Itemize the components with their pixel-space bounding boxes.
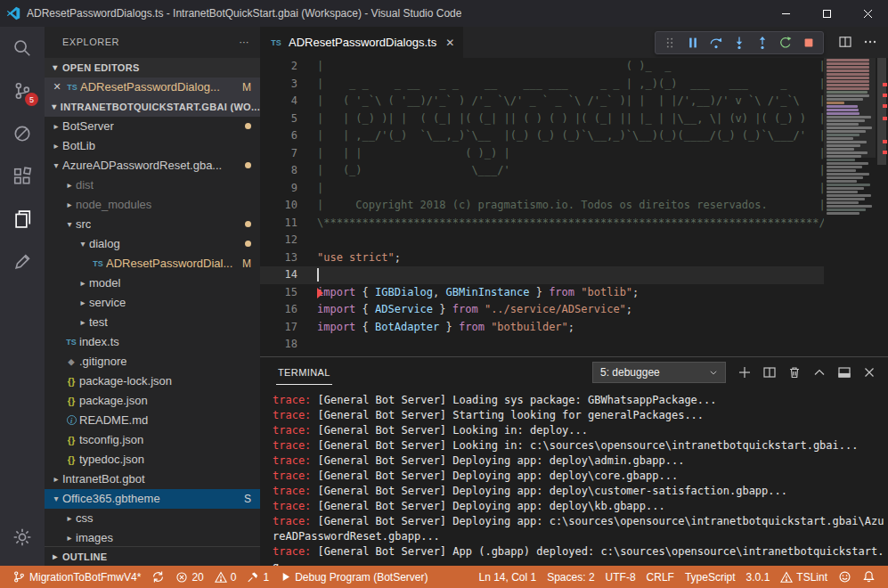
tasks-count[interactable]: 1 bbox=[241, 566, 274, 588]
language-mode[interactable]: TypeScript bbox=[680, 566, 741, 588]
sync-status[interactable] bbox=[146, 566, 170, 588]
split-button[interactable] bbox=[760, 363, 779, 382]
editor-scrollbar[interactable] bbox=[876, 58, 888, 356]
line-number[interactable]: 5 bbox=[260, 110, 297, 128]
terminal-output[interactable]: trace: [General Bot Server] Loading sys … bbox=[260, 388, 888, 566]
typescript-version[interactable]: 3.0.1 bbox=[741, 566, 776, 588]
restart-button[interactable] bbox=[775, 32, 796, 53]
code-line[interactable]: 18 bbox=[260, 336, 824, 354]
tree-item[interactable]: ▸css bbox=[45, 509, 260, 528]
tree-item[interactable]: ▸BotLib bbox=[45, 136, 260, 156]
code-line[interactable]: 13"use strict"; bbox=[260, 249, 824, 267]
code-line[interactable]: 10| Copyright 2018 (c) pragmatismo.io. T… bbox=[260, 197, 824, 215]
line-number[interactable]: 6 bbox=[260, 127, 297, 145]
tab-close-icon[interactable]: ✕ bbox=[445, 37, 454, 49]
code-line[interactable]: 14 bbox=[260, 266, 824, 284]
trash-button[interactable] bbox=[785, 363, 804, 382]
code-line[interactable]: 6| | ,__/'(_) `\__,_)`\__ |(_) (_) (_)`\… bbox=[260, 127, 824, 145]
line-number[interactable]: 4 bbox=[260, 93, 297, 110]
more-actions-icon[interactable]: ⋯ bbox=[240, 37, 250, 48]
code-line[interactable]: 17import { BotAdapter } from "botbuilder… bbox=[260, 319, 824, 337]
tree-item[interactable]: ◆.gitignore bbox=[45, 352, 260, 372]
workspace-header[interactable]: ▾ INTRANETBOTQUICKSTART.GBAI (WO... bbox=[45, 97, 260, 117]
tree-item[interactable]: ▸BotServer bbox=[45, 117, 260, 136]
activity-item-files[interactable] bbox=[0, 198, 45, 241]
tree-item[interactable]: ▾dialog bbox=[45, 234, 260, 254]
encoding[interactable]: UTF-8 bbox=[600, 566, 641, 588]
tslint-status[interactable]: TSLint bbox=[775, 566, 833, 588]
eol-sequence[interactable]: CRLF bbox=[641, 566, 680, 588]
line-number[interactable]: 18 bbox=[260, 336, 297, 354]
activity-item-source-control[interactable]: 5 bbox=[0, 69, 45, 112]
tree-item[interactable]: {}package-lock.json bbox=[45, 372, 260, 391]
tree-item[interactable]: ▸node_modules bbox=[45, 195, 260, 215]
more-button[interactable] bbox=[859, 31, 881, 53]
tree-item[interactable]: iREADME.md bbox=[45, 411, 260, 430]
code-line[interactable]: 4| ( '_`\ ( '__)/'_` ) /'_ `\/' _ ` _ `\… bbox=[260, 93, 824, 110]
open-editors-header[interactable]: ▾ OPEN EDITORS bbox=[45, 58, 260, 78]
step-out-button[interactable] bbox=[752, 32, 773, 53]
panel-button[interactable] bbox=[835, 363, 854, 382]
line-number[interactable]: 7 bbox=[260, 145, 297, 163]
pause-button[interactable] bbox=[682, 32, 704, 53]
cursor-position[interactable]: Ln 14, Col 1 bbox=[473, 566, 542, 588]
tree-item[interactable]: ▸IntranetBot.gbot bbox=[45, 470, 260, 489]
code-editor[interactable]: 2| ( )_ _ |3| _ _ _ __ _ _ __ ___ ___ _ … bbox=[260, 58, 888, 356]
tree-item[interactable]: ▾Office365.gbthemeS bbox=[45, 489, 260, 509]
tree-item[interactable]: ▸model bbox=[45, 274, 260, 293]
line-number[interactable]: 16 bbox=[260, 301, 297, 319]
line-number[interactable]: 17 bbox=[260, 319, 297, 337]
code-line[interactable]: 3| _ _ _ __ _ _ __ ___ ___ _ _ | ,_)(_) … bbox=[260, 76, 824, 94]
line-number[interactable]: 10 bbox=[260, 197, 297, 215]
tree-item[interactable]: ▸service bbox=[45, 293, 260, 313]
activity-item-extensions[interactable] bbox=[0, 155, 45, 198]
tree-item[interactable]: TSADResetPasswordDial...M bbox=[45, 254, 260, 274]
code-line[interactable]: 8| (_) \___/' | bbox=[260, 162, 824, 180]
scrollbar-slider[interactable] bbox=[877, 58, 886, 165]
tree-item[interactable]: TSindex.ts bbox=[45, 332, 260, 352]
activity-item-edit[interactable] bbox=[0, 241, 45, 283]
errors-count[interactable]: 20 bbox=[170, 566, 208, 588]
minimap[interactable] bbox=[824, 58, 876, 356]
tree-item[interactable]: ▸images bbox=[45, 528, 260, 546]
tab-adresetpassworddialogs[interactable]: TS ADResetPasswordDialogs.ts ✕ bbox=[260, 27, 464, 58]
line-number[interactable]: 11 bbox=[260, 215, 297, 233]
tree-item[interactable]: ▾src bbox=[45, 215, 260, 234]
code-area[interactable]: 2| ( )_ _ |3| _ _ _ __ _ _ __ ___ ___ _ … bbox=[260, 58, 824, 356]
line-number[interactable]: 9 bbox=[260, 180, 297, 198]
open-editor-item[interactable]: ✕TSADResetPasswordDialog...M bbox=[45, 78, 260, 97]
terminal-instance-select[interactable]: 5: debuggee bbox=[592, 362, 726, 383]
code-line[interactable]: 5| | (_) )| | ( (_| |( (_| || ( ) ( ) |(… bbox=[260, 110, 824, 128]
code-line[interactable]: 9| | bbox=[260, 180, 824, 198]
split-editor-button[interactable] bbox=[835, 31, 856, 53]
tree-item[interactable]: ▾AzureADPasswordReset.gba... bbox=[45, 156, 260, 176]
close-editor-icon[interactable]: ✕ bbox=[50, 81, 64, 93]
tree-item[interactable]: {}tsconfig.json bbox=[45, 430, 260, 450]
code-line[interactable]: 15import { IGBDialog, GBMinInstance } fr… bbox=[260, 284, 824, 302]
line-number[interactable]: 3 bbox=[260, 76, 297, 94]
stop-button[interactable] bbox=[798, 32, 819, 53]
notifications[interactable] bbox=[857, 566, 881, 588]
chevron-up-button[interactable] bbox=[810, 363, 829, 382]
code-line[interactable]: 16import { ADService } from "../service/… bbox=[260, 301, 824, 319]
indentation[interactable]: Spaces: 2 bbox=[542, 566, 599, 588]
code-line[interactable]: 7| | | ( )_) | | bbox=[260, 145, 824, 163]
step-into-button[interactable] bbox=[729, 32, 750, 53]
add-button[interactable] bbox=[735, 363, 754, 382]
activity-item-search[interactable] bbox=[0, 27, 45, 69]
close-button[interactable] bbox=[847, 0, 888, 27]
git-branch-status[interactable]: MigrationToBotFmwV4* bbox=[7, 566, 146, 588]
line-number[interactable]: 13 bbox=[260, 249, 297, 267]
code-line[interactable]: 2| ( )_ _ | bbox=[260, 58, 824, 76]
minimap-slider[interactable] bbox=[824, 58, 876, 158]
line-number[interactable]: 2 bbox=[260, 58, 297, 76]
step-over-button[interactable] bbox=[705, 32, 727, 53]
outline-header[interactable]: ▸ OUTLINE bbox=[45, 546, 260, 566]
line-number[interactable]: 15 bbox=[260, 284, 297, 302]
line-number[interactable]: 8 bbox=[260, 162, 297, 180]
code-line[interactable]: 12 bbox=[260, 232, 824, 249]
line-number[interactable]: 14 bbox=[260, 266, 297, 284]
line-number[interactable]: 12 bbox=[260, 232, 297, 249]
warnings-count[interactable]: 0 bbox=[209, 566, 242, 588]
debug-program-status[interactable]: Debug Program (BotServer) bbox=[274, 566, 433, 588]
